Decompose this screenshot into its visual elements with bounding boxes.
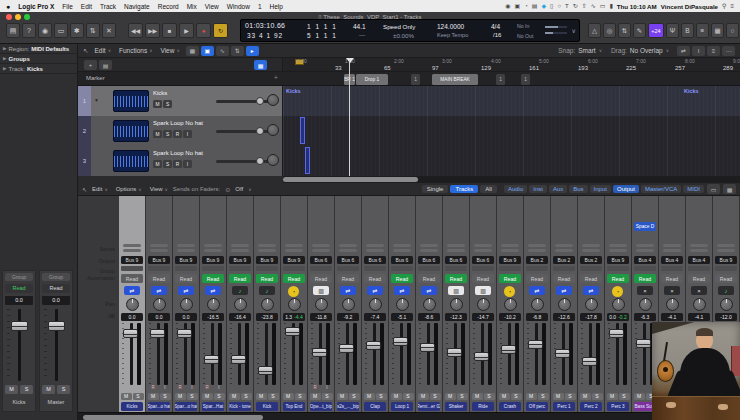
automation-read-button[interactable]: Read [499, 274, 521, 283]
disclosure-icon[interactable]: ▼ [94, 97, 99, 103]
group-slot[interactable] [580, 266, 602, 271]
io-icon[interactable]: ⇄ [151, 286, 167, 295]
group-slot[interactable] [607, 266, 629, 271]
track-header[interactable]: ▼KicksMS [91, 86, 283, 116]
mute-button[interactable]: M [580, 393, 591, 400]
solo-button[interactable]: S [160, 393, 171, 400]
track-header[interactable]: Spark Loop No hatMSRI [91, 146, 283, 176]
volume-fader[interactable] [204, 355, 219, 364]
cymbal-icon[interactable]: × [691, 286, 707, 295]
io-icon[interactable]: ⇄ [529, 286, 545, 295]
automation-read-button[interactable]: Read [418, 274, 440, 283]
group-slot[interactable] [202, 266, 224, 271]
group-slot[interactable] [526, 266, 548, 271]
pan-knob[interactable] [396, 298, 409, 311]
pan-knob[interactable] [267, 124, 279, 136]
solo-button[interactable]: S [349, 393, 360, 400]
shield-icon[interactable]: ◉ [505, 3, 510, 9]
ruler-bar[interactable]: 193 [578, 65, 588, 71]
channel-strip-kick-tone[interactable]: Bus 9Read♪-16.4MSKick - tone [227, 196, 253, 412]
group-slot[interactable] [715, 266, 737, 271]
forward-button[interactable]: ▶▶ [145, 23, 160, 38]
keys-icon[interactable]: ▥ [313, 286, 329, 295]
send-slot[interactable] [312, 244, 330, 247]
solo-button[interactable]: S [268, 393, 279, 400]
automation-read-button[interactable]: Read [202, 274, 224, 283]
narrow-strips-icon[interactable]: ▭ [707, 184, 720, 194]
menu-edit[interactable]: Edit∨ [94, 47, 111, 54]
send-slot[interactable] [636, 249, 654, 252]
automation-read-button[interactable]: Read [148, 274, 170, 283]
volume-fader[interactable] [48, 321, 65, 331]
arrange-lane[interactable] [283, 146, 740, 176]
send-slot[interactable] [123, 244, 141, 247]
menu-functions[interactable]: Functions∨ [119, 47, 152, 54]
search-icon[interactable]: ⚲ [722, 3, 726, 9]
mute-button[interactable]: M [175, 393, 186, 400]
mute-button[interactable]: M [121, 393, 132, 400]
output-select[interactable]: Bus 6 [472, 256, 494, 264]
marker-pill[interactable]: 1 [496, 74, 505, 85]
library-icon[interactable]: ▤ [6, 23, 20, 38]
solo-button[interactable]: S [57, 385, 70, 394]
pan-knob[interactable] [315, 298, 328, 311]
io-icon[interactable]: ⇄ [367, 286, 383, 295]
chevron-down-icon[interactable]: ∨ [666, 48, 669, 53]
solo-button[interactable]: S [322, 393, 333, 400]
send-slot[interactable] [150, 244, 168, 247]
group-slot[interactable] [445, 266, 467, 271]
clock-icon[interactable]: ◔ [524, 3, 528, 9]
filter-midi[interactable]: MIDI [683, 185, 704, 193]
filter-inst[interactable]: Inst [529, 185, 547, 193]
io-icon[interactable]: ⇄ [340, 286, 356, 295]
menu-record[interactable]: Record [158, 3, 179, 10]
pan-knob[interactable] [207, 298, 220, 311]
sync-icon[interactable]: ↻ [573, 3, 578, 9]
channel-strip-shaker[interactable]: Bus 6Read▥-12.3MSShaker [443, 196, 469, 412]
mute-button[interactable]: M [337, 393, 348, 400]
filter-output[interactable]: Output [613, 185, 639, 193]
cycle-display-icon[interactable]: B [681, 23, 694, 38]
mute-button[interactable]: M [256, 393, 267, 400]
drag-value[interactable]: No Overlap [630, 47, 663, 54]
slider-thumb[interactable] [256, 157, 264, 165]
battery-icon[interactable]: ▮ [609, 3, 612, 9]
volume-fader[interactable] [501, 345, 516, 354]
audio-region[interactable] [305, 147, 310, 174]
pan-knob[interactable] [720, 298, 733, 311]
smart-controls-icon[interactable]: ✱ [70, 23, 84, 38]
automation-read-button[interactable]: Read [445, 274, 467, 283]
channel-strip-kick[interactable]: Bus 9Read♪-23.8MSKick [254, 196, 280, 412]
mute-button[interactable]: M [391, 393, 402, 400]
solo-button[interactable]: S [376, 393, 387, 400]
group-slot[interactable] [472, 266, 494, 271]
filter-bus[interactable]: Bus [569, 185, 587, 193]
channel-strip-perc-2[interactable]: Bus 2Read⇄-17.8MSPerc 2 [578, 196, 604, 412]
stop-button[interactable]: ■ [162, 23, 177, 38]
io-icon[interactable]: ⇄ [124, 286, 140, 295]
input-monitor-button[interactable]: I [322, 385, 332, 391]
mute-button[interactable]: M [634, 393, 645, 400]
volume-fader[interactable] [312, 348, 327, 357]
send-slot[interactable] [474, 244, 492, 247]
ruler-bar[interactable]: 225 [626, 65, 636, 71]
grid-icon[interactable]: ▦ [186, 46, 199, 56]
solo-button[interactable]: S [619, 393, 630, 400]
cut-icon[interactable]: ✕ [102, 23, 116, 38]
track-header[interactable]: Spark Loop No hatMSRI [91, 116, 283, 146]
zoom-vertical-icon[interactable]: I [692, 46, 705, 56]
volume-fader[interactable] [231, 355, 246, 364]
solo-button[interactable]: S [163, 130, 172, 138]
record-enable-button[interactable]: R [173, 160, 182, 168]
channel-strip-off-perc[interactable]: Bus 2Read⇄-6.8MSOff perc [524, 196, 550, 412]
group-slot[interactable] [121, 266, 143, 271]
group-slot[interactable] [634, 266, 656, 271]
send-slot[interactable] [150, 249, 168, 252]
mute-button[interactable]: M [607, 393, 618, 400]
pan-knob[interactable] [267, 94, 279, 106]
record-enable-button[interactable]: R [202, 385, 212, 391]
send-slot[interactable] [204, 244, 222, 247]
note-icon[interactable]: ♪ [232, 286, 248, 295]
group-button[interactable]: Group [5, 273, 33, 281]
marker-pill[interactable]: MAIN BREAK [432, 74, 478, 85]
